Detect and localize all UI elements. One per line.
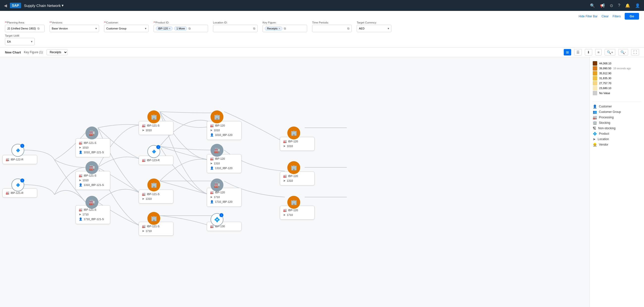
notification-icon[interactable]: 🔔: [625, 3, 630, 8]
node-card-ml1[interactable]: 🏭IBP-121-S ➤1010 👤1010_IBP-121-S: [76, 138, 110, 157]
non-stocking-icon: 🏗: [593, 126, 596, 130]
product-id-input[interactable]: IBP-120 × 1 More ⧉: [154, 25, 208, 32]
node-card-fr2[interactable]: 🏭IBP-120 ➤1310: [280, 172, 314, 185]
scale-value-1: 44,068.10: [599, 62, 611, 65]
chart-toolbar: New Chart Key Figure (1): Receipts ⊞ ☰ ⬇…: [0, 47, 644, 57]
legend-product: 💠 Product: [593, 132, 641, 136]
node-card-c1[interactable]: 🏭IBP-121-S ➤1010: [139, 121, 174, 135]
location-copy-icon[interactable]: ⧉: [253, 27, 255, 30]
planning-area-input[interactable]: J2 (Unified Demo 1802) ⧉: [5, 25, 44, 32]
product-copy-icon[interactable]: ⧉: [188, 27, 191, 30]
node-card-r1[interactable]: 🏭IBP-120 ➤1010 👤1010_IBP-120: [207, 121, 242, 140]
node-card-r3[interactable]: 🏭IBP-120 ➤1710 👤1710_IBP-120: [207, 188, 242, 207]
node-circle-r3[interactable]: 🏭: [210, 179, 224, 191]
scale-no-value: No Value: [599, 92, 610, 95]
download-button[interactable]: ⬇: [585, 49, 592, 55]
node-card-c3[interactable]: 🏭IBP-121-S ➤1310: [139, 190, 174, 204]
legend-vendor-label: Vendor: [599, 143, 608, 146]
customer-field: **Customer: Customer Group ▾: [104, 21, 148, 32]
stocking-icon: 🏢: [593, 121, 597, 125]
node-badge-lc1: i: [20, 144, 24, 148]
legend-non-stocking: 🏗 Non-stocking: [593, 126, 641, 130]
scale-value-2: 39,990.50: [599, 67, 611, 70]
node-circle-center3[interactable]: 🏢: [148, 212, 160, 225]
key-figure-label: Key Figure (1):: [24, 50, 43, 54]
swatch-2: [593, 66, 597, 70]
node-circle-fr2[interactable]: 🏢: [287, 161, 300, 174]
customer-dropdown-icon[interactable]: ▾: [145, 27, 146, 30]
user-icon[interactable]: 👤: [635, 3, 640, 8]
node-circle-r1[interactable]: 🏢: [210, 110, 224, 123]
node-circle-fr1[interactable]: 🏢: [287, 126, 300, 139]
time-periods-input[interactable]: ⧉: [312, 25, 352, 32]
node-circle-r2[interactable]: 🏭: [210, 144, 224, 157]
swatch-novalue: [593, 91, 597, 95]
hide-filter-bar-button[interactable]: Hide Filter Bar: [578, 14, 598, 18]
key-figure-copy-icon[interactable]: ⧉: [284, 27, 286, 30]
node-circle-ml2[interactable]: 🏭: [86, 161, 98, 174]
location-id-input[interactable]: ⧉: [213, 25, 258, 32]
table-view-button[interactable]: ☰: [574, 49, 582, 55]
scale-value-5: 27,757.70: [599, 82, 611, 85]
versions-input[interactable]: Base Version ▾: [50, 25, 99, 32]
scale-value-3: 35,912.90: [599, 72, 611, 75]
sap-logo: SAP: [10, 3, 21, 8]
legend-customer: 👤 Customer: [593, 104, 641, 108]
node-circle-ml3[interactable]: 🏭: [86, 196, 98, 209]
location-id-field: Location ID: ⧉: [213, 21, 258, 32]
legend-product-label: Product: [599, 132, 609, 135]
fullscreen-button[interactable]: ⛶: [631, 49, 639, 55]
legend-stocking: 🏢 Stocking: [593, 121, 641, 125]
time-periods-copy-icon[interactable]: ⧉: [347, 27, 350, 30]
node-circle-fr3[interactable]: 🏢: [287, 196, 300, 209]
target-currency-input[interactable]: AED ▾: [357, 25, 391, 32]
customer-input[interactable]: Customer Group ▾: [104, 25, 148, 32]
home-icon[interactable]: ⊙: [610, 3, 613, 8]
announcement-icon[interactable]: 📢: [600, 3, 605, 8]
topbar: ◀ SAP Supply Chain Network ▾ 🔍 📢 ⊙ ? 🔔 👤: [0, 0, 644, 11]
legend-vendor: 👷 Vendor: [593, 143, 641, 147]
color-scale: 44,068.10 39,990.50 18 seconds ago 35,91…: [593, 61, 641, 95]
node-circle-ml1[interactable]: 🏭: [86, 126, 98, 139]
node-circle-center2[interactable]: 🏢: [148, 179, 160, 191]
node-card-r2[interactable]: 🏭IBP-120 ➤1310 👤1310_IBP-120: [207, 154, 242, 173]
scale-value-4: 31,835.30: [599, 77, 611, 80]
chart-title: New Chart: [5, 50, 21, 54]
chart-view-button[interactable]: ⊞: [564, 49, 571, 55]
zoom-in-button[interactable]: 🔍+: [604, 49, 615, 55]
legend-location-label: Location: [598, 137, 609, 141]
back-button[interactable]: ◀: [4, 3, 7, 8]
title-chevron-icon[interactable]: ▾: [62, 3, 64, 8]
filters-button[interactable]: Filters: [612, 14, 621, 18]
zoom-out-button[interactable]: 🔍-: [618, 49, 628, 55]
currency-dropdown-icon[interactable]: ▾: [388, 27, 389, 30]
help-icon[interactable]: ?: [618, 3, 620, 8]
search-icon[interactable]: 🔍: [590, 3, 595, 8]
node-circle-r4[interactable]: 💠 i: [210, 213, 224, 226]
node-badge-lc2: i: [20, 179, 24, 182]
node-circle-center1[interactable]: 🔷 i: [148, 145, 160, 158]
dropdown-icon[interactable]: ▾: [95, 27, 97, 30]
key-figure-input[interactable]: Receipts × ⧉: [262, 25, 307, 32]
key-figure-token: Receipts ×: [265, 26, 282, 30]
go-button[interactable]: Go: [625, 13, 639, 19]
clear-button[interactable]: Clear: [602, 14, 609, 18]
key-figure-select[interactable]: Receipts: [46, 49, 68, 55]
node-circle-lc2[interactable]: 🔷 i: [12, 179, 24, 191]
swatch-1: [593, 61, 597, 66]
key-figure-field: Key Figure: Receipts × ⧉: [262, 21, 307, 32]
node-card-fr1[interactable]: 🏭IBP-120 ➤1010: [280, 137, 314, 151]
uom-dropdown-icon[interactable]: ▾: [31, 40, 32, 43]
scale-value-6: 23,680.10: [599, 87, 611, 90]
node-card-fr3[interactable]: 🏭IBP-120 ➤1710: [280, 206, 314, 220]
node-circle-top1[interactable]: 🏢: [148, 110, 160, 123]
app-title: Supply Chain Network ▾: [24, 3, 64, 8]
target-uom-input[interactable]: EA ▾: [5, 38, 35, 45]
node-circle-lc1[interactable]: 🔷 i: [12, 144, 24, 157]
customer-group-icon: 👥: [593, 110, 597, 114]
product-token-1: IBP-120 ×: [156, 26, 173, 30]
copy-icon[interactable]: ⧉: [38, 27, 40, 30]
product-id-field: **Product ID: IBP-120 × 1 More ⧉: [154, 21, 208, 32]
list-button[interactable]: ≡: [595, 49, 602, 55]
planning-area-field: **Planning Area: J2 (Unified Demo 1802) …: [5, 21, 44, 32]
